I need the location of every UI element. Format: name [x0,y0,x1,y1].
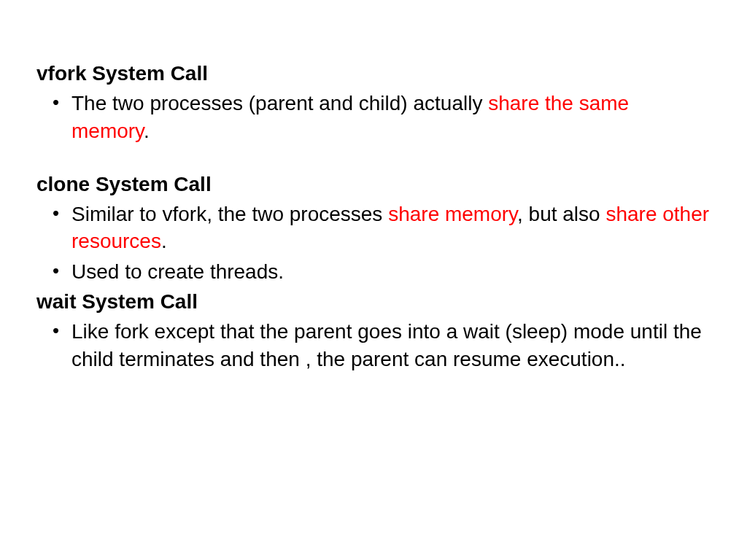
bullet-text-prefix: Similar to vfork, the two processes [71,203,388,225]
list-item: Similar to vfork, the two processes shar… [36,201,711,256]
list-item: The two processes (parent and child) act… [36,90,711,145]
bullet-text-highlight: share memory [388,203,517,225]
bullet-text-suffix: . [144,120,150,142]
list-item: Like fork except that the parent goes in… [36,318,711,373]
bullet-text-middle: , but also [517,203,605,225]
heading-clone: clone System Call [36,173,711,196]
bullet-text-prefix: The two processes (parent and child) act… [71,92,488,114]
bullet-text-suffix: . [161,230,167,252]
heading-vfork: vfork System Call [36,62,711,85]
list-clone: Similar to vfork, the two processes shar… [36,201,711,286]
list-item: Used to create threads. [36,258,711,286]
list-wait: Like fork except that the parent goes in… [36,318,711,373]
list-vfork: The two processes (parent and child) act… [36,90,711,145]
heading-wait: wait System Call [36,290,711,314]
